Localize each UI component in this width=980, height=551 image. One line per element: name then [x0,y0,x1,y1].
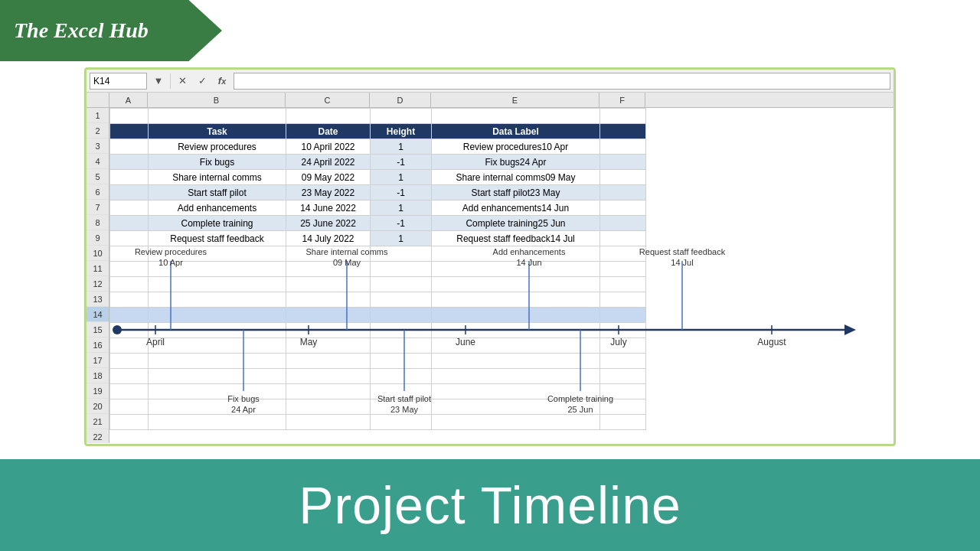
row-num-22[interactable]: 22 [87,429,109,443]
row-num-5[interactable]: 5 [87,169,109,184]
cell-d3[interactable]: 1 [371,139,432,155]
cell-e8[interactable]: Complete training25 Jun [432,216,600,231]
row-num-4[interactable]: 4 [87,154,109,169]
cell-f6[interactable] [600,185,646,201]
cell-e7[interactable]: Add enhancements14 Jun [432,201,600,216]
row-num-2[interactable]: 2 [87,123,109,139]
row-num-17[interactable]: 17 [87,353,109,368]
cell-a4[interactable] [110,155,149,170]
cell-e1[interactable] [432,109,600,124]
row-num-1[interactable]: 1 [87,108,109,123]
row-num-12[interactable]: 12 [87,276,109,292]
row-num-6[interactable]: 6 [87,184,109,200]
cell-e6[interactable]: Start staff pilot23 May [432,185,600,201]
cell-f8[interactable] [600,216,646,231]
cell-c8[interactable]: 25 June 2022 [286,216,371,231]
cell-f2[interactable] [600,124,646,139]
cell-f3[interactable] [600,139,646,155]
row-num-15[interactable]: 15 [87,322,109,337]
row-num-7[interactable]: 7 [87,200,109,215]
row-num-9[interactable]: 9 [87,230,109,246]
cell-e5[interactable]: Share internal comms09 May [432,170,600,185]
cell-b8[interactable]: Complete training [149,216,286,231]
svg-text:Share internal comms: Share internal comms [306,247,388,256]
cell-b4[interactable]: Fix bugs [149,155,286,170]
row-num-16[interactable]: 16 [87,337,109,353]
footer-title: Project Timeline [299,475,681,535]
svg-text:23 May: 23 May [390,405,419,414]
col-header-d[interactable]: D [370,93,431,107]
cell-a8[interactable] [110,216,149,231]
row-num-11[interactable]: 11 [87,261,109,276]
row-num-19[interactable]: 19 [87,383,109,399]
cancel-formula-icon[interactable]: ✕ [174,73,191,90]
cell-b3[interactable]: Review procedures [149,139,286,155]
col-header-b[interactable]: B [148,93,286,107]
cell-f7[interactable] [600,201,646,216]
cell-reference-box[interactable]: K14 [90,73,147,90]
svg-text:14 Jul: 14 Jul [671,258,693,267]
cell-a5[interactable] [110,170,149,185]
row-num-10[interactable]: 10 [87,246,109,261]
col-header-a[interactable]: A [109,93,148,107]
row-num-21[interactable]: 21 [87,414,109,429]
corner-cell [87,93,109,107]
cell-c3[interactable]: 10 April 2022 [286,139,371,155]
row-num-20[interactable]: 20 [87,399,109,414]
cell-e3[interactable]: Review procedures10 Apr [432,139,600,155]
cell-b5[interactable]: Share internal comms [149,170,286,185]
cell-a1[interactable] [110,109,149,124]
expand-icon[interactable]: ▼ [150,73,167,90]
table-row: Add enhancements 14 June 2022 1 Add enha… [110,201,646,216]
svg-text:14 Jun: 14 Jun [516,258,541,267]
cell-b1[interactable] [149,109,286,124]
svg-text:Request staff feedback: Request staff feedback [639,247,726,256]
cell-f1[interactable] [600,109,646,124]
cell-f4[interactable] [600,155,646,170]
table-row: Share internal comms 09 May 2022 1 Share… [110,170,646,185]
cell-d2[interactable]: Height [371,124,432,139]
svg-text:Start staff pilot: Start staff pilot [377,394,431,403]
row-num-18[interactable]: 18 [87,368,109,383]
table-row: Complete training 25 June 2022 -1 Comple… [110,216,646,231]
excel-spreadsheet: K14 ▼ ✕ ✓ fx A B C D E F 1 2 3 4 5 6 7 8… [84,67,896,446]
formula-input[interactable] [234,73,890,90]
col-header-e[interactable]: E [431,93,599,107]
cell-c1[interactable] [286,109,371,124]
cell-c7[interactable]: 14 June 2022 [286,201,371,216]
row-num-13[interactable]: 13 [87,292,109,307]
cell-d7[interactable]: 1 [371,201,432,216]
table-row: Review procedures 10 April 2022 1 Review… [110,139,646,155]
cell-c2[interactable]: Date [286,124,371,139]
svg-text:24 Apr: 24 Apr [231,405,256,414]
cell-d1[interactable] [371,109,432,124]
svg-text:May: May [300,337,318,347]
cell-c4[interactable]: 24 April 2022 [286,155,371,170]
cell-c5[interactable]: 09 May 2022 [286,170,371,185]
cell-a6[interactable] [110,185,149,201]
cell-c6[interactable]: 23 May 2022 [286,185,371,201]
row-num-3[interactable]: 3 [87,139,109,154]
cell-a2[interactable] [110,124,149,139]
svg-text:April: April [146,337,165,347]
cell-d6[interactable]: -1 [371,185,432,201]
cell-a3[interactable] [110,139,149,155]
cell-d8[interactable]: -1 [371,216,432,231]
insert-function-icon[interactable]: fx [214,73,230,90]
cell-a7[interactable] [110,201,149,216]
row-num-8[interactable]: 8 [87,215,109,230]
col-header-f[interactable]: F [599,93,645,107]
svg-text:09 May: 09 May [333,258,361,267]
cell-d4[interactable]: -1 [371,155,432,170]
cell-d5[interactable]: 1 [371,170,432,185]
cell-b2[interactable]: Task [149,124,286,139]
table-row [110,109,646,124]
cell-b6[interactable]: Start staff pilot [149,185,286,201]
cell-b7[interactable]: Add enhancements [149,201,286,216]
cell-e4[interactable]: Fix bugs24 Apr [432,155,600,170]
confirm-formula-icon[interactable]: ✓ [194,73,211,90]
col-header-c[interactable]: C [286,93,370,107]
cell-f5[interactable] [600,170,646,185]
row-num-14[interactable]: 14 [87,307,109,322]
cell-e2[interactable]: Data Label [432,124,600,139]
